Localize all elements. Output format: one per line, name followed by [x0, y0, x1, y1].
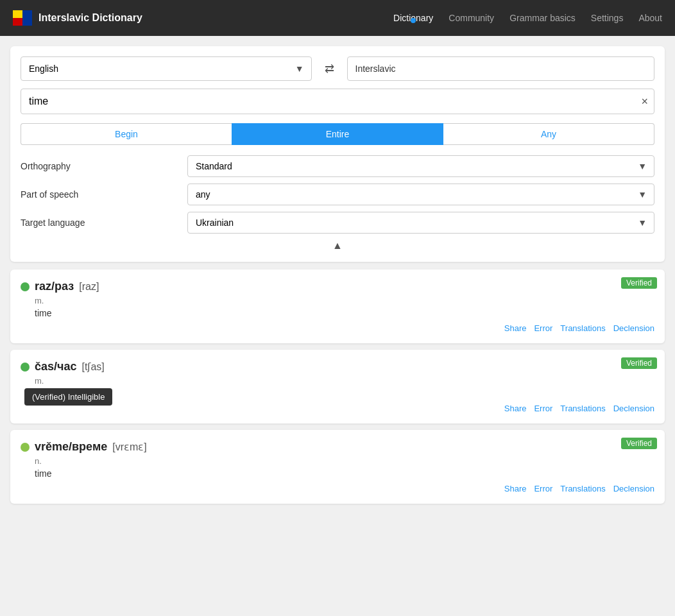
match-type-row: Begin Entire Any: [21, 123, 654, 145]
word-pos-raz: m.: [35, 296, 654, 305]
word-pos-vreme: n.: [35, 456, 654, 466]
share-link-vreme[interactable]: Share: [504, 484, 527, 493]
pos-select-wrapper: any noun verb adjective adverb ▼: [187, 184, 654, 205]
translations-link-vreme[interactable]: Translations: [560, 484, 605, 493]
translations-link-cas[interactable]: Translations: [560, 404, 605, 413]
translations-link-raz[interactable]: Translations: [560, 323, 605, 333]
search-panel: English Ukrainian German Polish Russian …: [10, 46, 665, 262]
orthography-select[interactable]: Standard Etymological Cyrillic: [187, 155, 654, 177]
app-title: Interslavic Dictionary: [38, 12, 142, 24]
tooltip-popup-cas: (Verified) Intelligible: [24, 388, 112, 406]
language-row: English Ukrainian German Polish Russian …: [21, 56, 654, 81]
orthography-select-wrapper: Standard Etymological Cyrillic ▼: [187, 155, 654, 177]
source-language-select[interactable]: English Ukrainian German Polish Russian: [21, 56, 312, 81]
nav-about[interactable]: About: [638, 10, 662, 26]
pos-label: Part of speech: [21, 189, 187, 200]
clear-search-button[interactable]: ×: [641, 95, 648, 108]
nav-community[interactable]: Community: [449, 10, 494, 26]
word-phonetic-cas: [tʃas]: [82, 361, 105, 373]
app-logo: Interslavic Dictionary: [13, 10, 142, 26]
pos-select[interactable]: any noun verb adjective adverb: [187, 184, 654, 205]
word-row-vreme: vrěme/време [vrɛmɛ]: [21, 440, 654, 454]
word-phonetic-vreme: [vrɛmɛ]: [112, 441, 147, 453]
error-link-vreme[interactable]: Error: [534, 484, 552, 493]
declension-link-vreme[interactable]: Declension: [613, 484, 654, 493]
card-actions-cas: Share Error Translations Declension: [21, 404, 654, 413]
word-main-cas: čas/час: [35, 360, 77, 373]
result-card-cas: Verified čas/час [tʃas] m. time (Verifie…: [10, 350, 665, 424]
word-translation-cas: time: [35, 388, 654, 398]
match-begin-button[interactable]: Begin: [21, 123, 232, 145]
word-translation-vreme: time: [35, 468, 654, 479]
nav-grammar[interactable]: Grammar basics: [509, 10, 576, 26]
word-row-cas: čas/час [tʃas]: [21, 360, 654, 373]
status-dot-vreme: [21, 443, 30, 452]
result-card-raz: Verified raz/раз [raz] m. time Share Err…: [10, 270, 665, 343]
word-row-raz: raz/раз [raz]: [21, 280, 654, 293]
error-link-cas[interactable]: Error: [534, 404, 552, 413]
collapse-button[interactable]: ▲: [332, 240, 343, 252]
pos-filter-row: Part of speech any noun verb adjective a…: [21, 184, 654, 205]
target-language-label: Interslavic: [347, 56, 655, 81]
word-main-vreme: vrěme/време: [35, 440, 107, 454]
share-link-raz[interactable]: Share: [504, 323, 527, 333]
verified-badge-vreme: Verified: [621, 438, 657, 449]
main-content: English Ukrainian German Polish Russian …: [0, 36, 675, 520]
error-link-raz[interactable]: Error: [534, 323, 552, 333]
nav-dictionary-wrapper: Dictionary: [393, 13, 433, 23]
collapse-row: ▲: [21, 240, 654, 252]
target-lang-filter-row: Target language Ukrainian English German…: [21, 212, 654, 234]
nav-active-dot: [411, 18, 416, 23]
share-link-cas[interactable]: Share: [504, 404, 527, 413]
target-lang-select-wrapper: Ukrainian English German Polish Russian …: [187, 212, 654, 234]
word-phonetic-raz: [raz]: [79, 281, 99, 293]
target-lang-select[interactable]: Ukrainian English German Polish Russian: [187, 212, 654, 234]
nav-settings[interactable]: Settings: [591, 10, 624, 26]
swap-languages-button[interactable]: ⇄: [320, 56, 339, 81]
target-lang-label: Target language: [21, 218, 187, 228]
status-dot-raz: [21, 282, 30, 291]
logo-flag: [13, 10, 32, 26]
result-card-vreme: Verified vrěme/време [vrɛmɛ] n. time Sha…: [10, 430, 665, 504]
word-pos-cas: m.: [35, 376, 654, 386]
card-actions-raz: Share Error Translations Declension: [21, 323, 654, 333]
word-main-raz: raz/раз: [35, 280, 74, 293]
declension-link-raz[interactable]: Declension: [613, 323, 654, 333]
verified-badge-raz: Verified: [621, 277, 657, 289]
source-language-wrapper: English Ukrainian German Polish Russian …: [21, 56, 312, 81]
status-dot-cas: [21, 363, 30, 372]
match-any-button[interactable]: Any: [443, 123, 654, 145]
word-translation-raz: time: [35, 308, 654, 318]
card-actions-vreme: Share Error Translations Declension: [21, 484, 654, 493]
verified-badge-cas: Verified: [621, 357, 657, 369]
orthography-filter-row: Orthography Standard Etymological Cyrill…: [21, 155, 654, 177]
main-nav: Dictionary Community Grammar basics Sett…: [393, 10, 662, 26]
search-input[interactable]: [21, 89, 654, 114]
match-entire-button[interactable]: Entire: [232, 123, 443, 145]
header: Interslavic Dictionary Dictionary Commun…: [0, 0, 675, 36]
declension-link-cas[interactable]: Declension: [613, 404, 654, 413]
orthography-label: Orthography: [21, 161, 187, 171]
search-row: ×: [21, 89, 654, 114]
